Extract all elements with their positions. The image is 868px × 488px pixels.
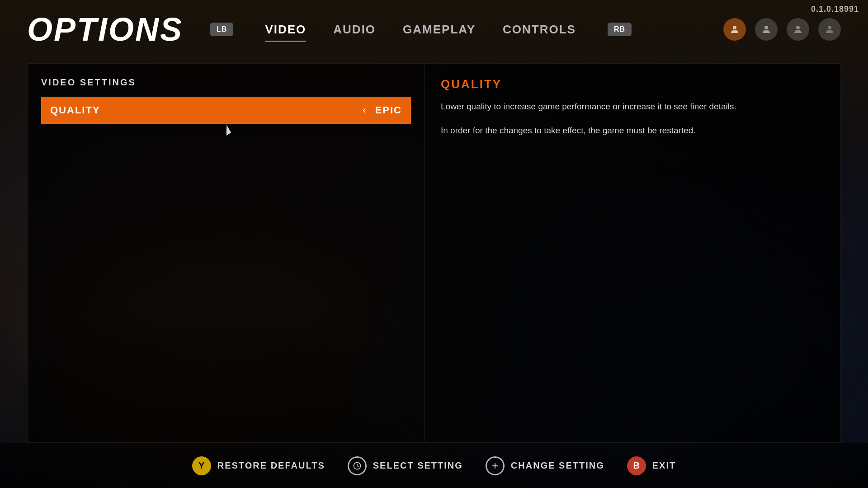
plus-button-icon <box>486 456 505 475</box>
tab-nav: VIDEO AUDIO GAMEPLAY CONTROLS <box>251 19 590 40</box>
clock-button-icon <box>348 456 367 475</box>
user-icon-2 <box>755 18 778 41</box>
info-setting-name: QUALITY <box>441 77 825 91</box>
rb-button[interactable]: RB <box>608 23 632 36</box>
quality-setting-name: QUALITY <box>50 104 363 116</box>
exit-label: EXIT <box>652 460 676 471</box>
svg-point-3 <box>828 26 831 29</box>
page-title: OPTIONS <box>27 11 183 48</box>
settings-title: VIDEO SETTINGS <box>41 77 411 88</box>
user-icon-1 <box>723 18 746 41</box>
tab-gameplay[interactable]: GAMEPLAY <box>389 19 489 40</box>
restore-defaults-action[interactable]: Y RESTORE DEFAULTS <box>192 456 325 475</box>
lb-button[interactable]: LB <box>210 23 233 36</box>
svg-point-0 <box>733 26 736 29</box>
user-icon-4 <box>818 18 841 41</box>
info-panel: QUALITY Lower quality to increase game p… <box>425 63 841 443</box>
exit-action[interactable]: B EXIT <box>627 456 676 475</box>
tab-video[interactable]: VIDEO <box>251 19 320 40</box>
quality-setting-value: EPIC <box>375 104 402 116</box>
main-content: VIDEO SETTINGS QUALITY ‹ EPIC QUALITY Lo… <box>27 63 841 443</box>
change-setting-label: CHANGE SETTING <box>511 460 604 471</box>
tab-audio[interactable]: AUDIO <box>320 19 389 40</box>
tab-controls[interactable]: CONTROLS <box>489 19 590 40</box>
b-button-icon: B <box>627 456 646 475</box>
select-setting-label: SELECT SETTING <box>373 460 463 471</box>
info-description: Lower quality to increase game performan… <box>441 100 825 113</box>
svg-point-2 <box>796 26 800 29</box>
user-icon-3 <box>787 18 809 41</box>
svg-point-1 <box>764 26 768 29</box>
settings-panel: VIDEO SETTINGS QUALITY ‹ EPIC <box>27 63 425 443</box>
y-button-icon: Y <box>192 456 211 475</box>
header: OPTIONS LB VIDEO AUDIO GAMEPLAY CONTROLS… <box>0 0 868 59</box>
change-setting-action[interactable]: CHANGE SETTING <box>486 456 604 475</box>
select-setting-action[interactable]: SELECT SETTING <box>348 456 463 475</box>
info-note: In order for the changes to take effect,… <box>441 124 825 137</box>
restore-defaults-label: RESTORE DEFAULTS <box>217 460 325 471</box>
left-arrow-icon: ‹ <box>363 104 366 116</box>
bottom-bar: Y RESTORE DEFAULTS SELECT SETTING CHANGE… <box>0 443 868 488</box>
header-icons <box>723 18 841 41</box>
quality-setting-row[interactable]: QUALITY ‹ EPIC <box>41 97 411 124</box>
